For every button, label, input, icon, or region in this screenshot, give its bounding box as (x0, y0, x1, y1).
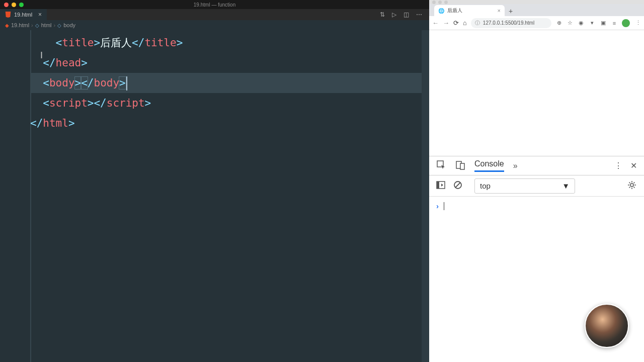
svg-point-7 (630, 184, 633, 187)
maximize-window[interactable] (444, 1, 448, 4)
forward-button[interactable]: → (443, 19, 449, 27)
menu-icon[interactable]: ⋮ (634, 20, 641, 27)
address-bar-row: ← → ⟳ ⌂ ⓘ 127.0.0.1:5500/19.html ⊕ ☆ ◉ ▾… (429, 16, 644, 30)
device-toolbar-icon[interactable] (455, 160, 465, 172)
chrome-titlebar (429, 0, 644, 4)
profile-avatar[interactable] (622, 19, 630, 27)
svg-line-6 (455, 183, 460, 188)
context-value: top (480, 182, 491, 190)
vscode-titlebar: 19.html — function (0, 0, 429, 9)
extension-icon[interactable]: ▾ (589, 20, 596, 27)
address-bar[interactable]: ⓘ 127.0.0.1:5500/19.html (471, 18, 551, 28)
tab-console[interactable]: Console (474, 159, 504, 172)
tag-icon: ◇ (35, 23, 39, 28)
html-file-icon (5, 12, 11, 18)
more-tabs-icon[interactable]: » (513, 161, 518, 170)
svg-rect-4 (437, 182, 439, 189)
mouse-cursor-icon: I (40, 50, 43, 61)
compare-icon[interactable]: ⇅ (380, 11, 385, 18)
breadcrumb: ◆ 19.html › ◇ html › ◇ body (0, 20, 429, 30)
chrome-tabstrip: 🌐 后盾人 × + (429, 4, 644, 16)
back-button[interactable]: ← (432, 19, 439, 27)
close-window[interactable] (432, 1, 436, 4)
inspect-element-icon[interactable] (436, 160, 446, 172)
chevron-right-icon: › (54, 22, 56, 28)
console-prompt[interactable]: › (436, 202, 637, 210)
console-toolbar: top ▼ (429, 175, 644, 197)
webcam-overlay (585, 304, 629, 348)
reload-button[interactable]: ⟳ (453, 19, 459, 27)
devtools-menu-icon[interactable]: ⋮ (614, 161, 621, 170)
context-selector[interactable]: top ▼ (474, 178, 575, 194)
tab-title: 后盾人 (447, 7, 462, 14)
console-cursor (444, 202, 444, 210)
code-editor[interactable]: <title>后盾人</title> </head> <body></body>… (0, 30, 429, 362)
toolbar-icons: ⊕ ☆ ◉ ▾ ▣ ≡ ⋮ (555, 19, 641, 27)
breadcrumb-html[interactable]: html (41, 22, 52, 28)
extension-icon[interactable]: ◉ (578, 20, 585, 27)
vscode-window: 19.html — function 19.html × ⇅ ▷ ◫ ⋯ ◆ 1… (0, 0, 429, 362)
gutter (0, 30, 30, 362)
chevron-down-icon: ▼ (562, 182, 570, 190)
chevron-right-icon: › (31, 22, 33, 28)
globe-icon: 🌐 (438, 8, 444, 14)
split-editor-icon[interactable]: ◫ (404, 11, 409, 18)
extension-icon[interactable]: ≡ (611, 20, 618, 27)
close-tab-icon[interactable]: × (498, 8, 501, 14)
extension-icon[interactable]: ▣ (600, 20, 607, 27)
tag-icon: ◇ (57, 23, 61, 28)
minimize-window[interactable] (438, 1, 442, 4)
new-tab-button[interactable]: + (509, 7, 513, 15)
window-title: 19.html — function (0, 2, 429, 8)
editor-tabs: 19.html × ⇅ ▷ ◫ ⋯ (0, 9, 429, 20)
home-button[interactable]: ⌂ (463, 19, 467, 27)
clear-console-icon[interactable] (453, 180, 462, 192)
minimap[interactable] (422, 30, 429, 362)
svg-rect-2 (460, 163, 464, 169)
breadcrumb-body[interactable]: body (63, 22, 75, 28)
url-text: 127.0.0.1:5500/19.html (483, 20, 534, 26)
tab-label: 19.html (14, 12, 32, 18)
browser-tab[interactable]: 🌐 后盾人 × (434, 5, 505, 16)
run-icon[interactable]: ▷ (392, 11, 396, 18)
code-content: <title>后盾人</title> </head> <body></body>… (30, 30, 429, 362)
more-actions-icon[interactable]: ⋯ (416, 11, 422, 18)
sidebar-toggle-icon[interactable] (436, 180, 445, 192)
devtools-tabs: Console » ⋮ ✕ (429, 156, 644, 175)
file-tab-19html[interactable]: 19.html × (0, 9, 47, 20)
bookmark-icon[interactable]: ☆ (567, 20, 574, 27)
page-viewport (429, 30, 644, 156)
html-file-icon: ◆ (5, 23, 9, 28)
prompt-chevron-icon: › (436, 202, 439, 210)
close-devtools-icon[interactable]: ✕ (630, 161, 637, 170)
site-info-icon[interactable]: ⓘ (475, 20, 480, 27)
zoom-icon[interactable]: ⊕ (555, 20, 562, 27)
editor-actions: ⇅ ▷ ◫ ⋯ (380, 11, 429, 18)
breadcrumb-file[interactable]: 19.html (11, 22, 29, 28)
console-settings-icon[interactable] (627, 180, 637, 192)
close-tab-icon[interactable]: × (38, 11, 42, 18)
text-cursor (126, 76, 127, 90)
